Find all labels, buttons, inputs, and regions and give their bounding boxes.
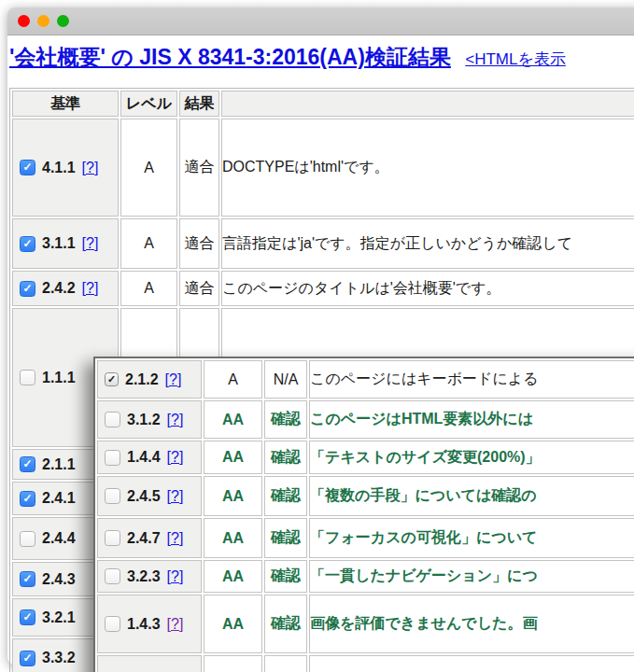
checkbox-unchecked-icon[interactable] [105, 412, 120, 427]
help-link[interactable]: [?] [167, 530, 184, 547]
checkbox-checked-icon[interactable] [20, 491, 35, 507]
criterion-cell: 4.1.1 [?] [12, 119, 119, 217]
help-link[interactable]: [?] [167, 568, 184, 585]
table-row: 4.1.1 [?] A 適合 DOCTYPEは'html'です。 [12, 119, 634, 217]
checkbox-unchecked-icon[interactable] [105, 488, 120, 504]
checkbox-unchecked-icon[interactable] [20, 531, 35, 547]
checkbox-checked-icon[interactable] [20, 651, 35, 666]
help-link[interactable]: [?] [167, 488, 184, 505]
criterion-number: 2.4.5 [127, 488, 161, 505]
level-cell: AA [204, 476, 262, 516]
description-cell: 画像を評価できませんでした。画 [309, 655, 634, 672]
description-cell: 「複数の手段」については確認の [309, 476, 634, 516]
level-cell: AA [204, 400, 262, 439]
result-cell: 確認 [264, 595, 307, 653]
level-cell: A [120, 271, 177, 306]
table-header-row: 基準 レベル 結果 [12, 91, 634, 117]
description-cell: 「テキストのサイズ変更(200%)」 [309, 441, 634, 474]
help-link[interactable]: [?] [82, 160, 99, 176]
level-cell: AA [204, 560, 262, 593]
criterion-number: 2.4.1 [42, 490, 76, 507]
checkbox-unchecked-icon[interactable] [105, 450, 120, 466]
criterion-number: 4.1.1 [42, 160, 76, 176]
criterion-number: 2.1.1 [42, 456, 76, 473]
checkbox-unchecked-icon[interactable] [105, 530, 120, 546]
column-header-level: レベル [120, 91, 177, 117]
browser-window: '会社概要' の JIS X 8341-3:2016(AA)検証結果 <HTML… [7, 7, 634, 665]
checkbox-checked-icon[interactable] [20, 456, 35, 472]
show-html-link[interactable]: <HTMLを表示 [465, 50, 566, 68]
description-cell: 「フォーカスの可視化」について [309, 518, 634, 558]
checkbox-unchecked-icon[interactable] [20, 370, 35, 385]
level-cell: A [120, 119, 177, 217]
table-row: 2.4.7 [?] AA 確認 「フォーカスの可視化」について [97, 518, 634, 558]
criterion-cell: 3.2.3 [?] [97, 560, 202, 593]
criterion-number: 2.4.2 [42, 280, 76, 297]
help-link[interactable]: [?] [165, 371, 182, 388]
page-title: '会社概要' の JIS X 8341-3:2016(AA)検証結果 <HTML… [9, 43, 566, 72]
help-link[interactable]: [?] [167, 412, 184, 428]
description-cell: このページのタイトルは'会社概要'です。 [221, 271, 634, 306]
level-cell: AA [204, 441, 262, 474]
table-row: 3.1.1 [?] A 適合 言語指定は'ja'です。指定が正しいかどうか確認し… [12, 218, 634, 269]
checkbox-checked-icon[interactable] [20, 281, 35, 297]
criterion-cell: 2.4.7 [?] [97, 518, 202, 558]
table-row: 2.1.2 [?] A N/A このページにはキーボードによる [97, 360, 634, 399]
validation-result-title-link[interactable]: '会社概要' の JIS X 8341-3:2016(AA)検証結果 [9, 45, 451, 69]
criterion-cell: 3.1.2 [?] [97, 400, 202, 439]
checkbox-unchecked-icon[interactable] [105, 568, 120, 584]
result-cell: 確認 [264, 476, 307, 516]
level-cell: A [120, 218, 177, 269]
checkbox-checked-icon[interactable] [20, 160, 35, 175]
criterion-cell: 1.4.3 [?] [97, 595, 202, 653]
zoom-button[interactable] [57, 15, 69, 27]
criterion-number: 1.4.3 [127, 616, 161, 633]
criterion-number: 3.1.1 [42, 235, 76, 252]
checkbox-checked-icon[interactable] [20, 236, 35, 252]
column-header-criterion: 基準 [12, 91, 119, 117]
result-cell: N/A [264, 360, 307, 399]
table-row: 3.1.2 [?] AA 確認 このページはHTML要素以外には [97, 400, 634, 439]
description-cell: 画像を評価できませんでした。画 [309, 595, 634, 653]
level-cell: AA [204, 518, 262, 558]
table-row: 2.4.5 [?] AA 確認 「複数の手段」については確認の [97, 476, 634, 516]
criterion-number: 3.3.2 [42, 650, 76, 666]
table-row: 2.4.2 [?] A 適合 このページのタイトルは'会社概要'です。 [12, 271, 634, 306]
criterion-cell: 1.4.4 [?] [97, 441, 202, 474]
criterion-number: 1.4.4 [127, 449, 161, 466]
criterion-cell: 2.4.2 [?] [12, 271, 119, 306]
table-row: 1.4.4 [?] AA 確認 「テキストのサイズ変更(200%)」 [97, 441, 634, 474]
close-button[interactable] [18, 15, 30, 27]
page-content: '会社概要' の JIS X 8341-3:2016(AA)検証結果 <HTML… [7, 35, 634, 665]
popup-results-table: 2.1.2 [?] A N/A このページにはキーボードによる 3.1.2 [?… [95, 358, 634, 672]
result-cell: 確認 [264, 441, 307, 474]
description-cell: このページにはキーボードによる [309, 360, 634, 399]
criterion-cell: 3.1.1 [?] [12, 218, 119, 269]
help-link[interactable]: [?] [167, 616, 184, 633]
level-cell: AA [204, 595, 262, 653]
criterion-number: 1.1.1 [42, 370, 76, 386]
help-link[interactable]: [?] [82, 280, 99, 297]
help-link[interactable]: [?] [82, 235, 99, 252]
criterion-number: 2.4.3 [42, 571, 76, 588]
criterion-cell: 2.1.2 [?] [97, 360, 202, 399]
checkbox-unchecked-icon[interactable] [105, 616, 120, 632]
level-cell: A [204, 360, 262, 399]
minimize-button[interactable] [37, 15, 49, 27]
column-header-result: 結果 [179, 91, 219, 117]
criterion-number: 3.1.2 [127, 412, 161, 428]
result-cell: 確認 [264, 560, 307, 593]
criterion-number: 2.4.4 [42, 530, 76, 547]
help-link[interactable]: [?] [167, 449, 184, 466]
criterion-cell: 1.4.3 [?] [97, 655, 202, 672]
checkbox-checked-icon[interactable] [105, 372, 119, 386]
checkbox-checked-icon[interactable] [20, 609, 35, 625]
window-titlebar [7, 7, 634, 35]
checkbox-checked-icon[interactable] [20, 571, 35, 587]
result-cell: 確認 [264, 400, 307, 439]
criterion-number: 3.2.1 [42, 609, 76, 626]
level-cell: AA [204, 655, 262, 672]
result-cell: 適合 [179, 218, 219, 269]
description-cell: 言語指定は'ja'です。指定が正しいかどうか確認して [221, 218, 634, 269]
criterion-number: 2.4.7 [127, 530, 161, 547]
